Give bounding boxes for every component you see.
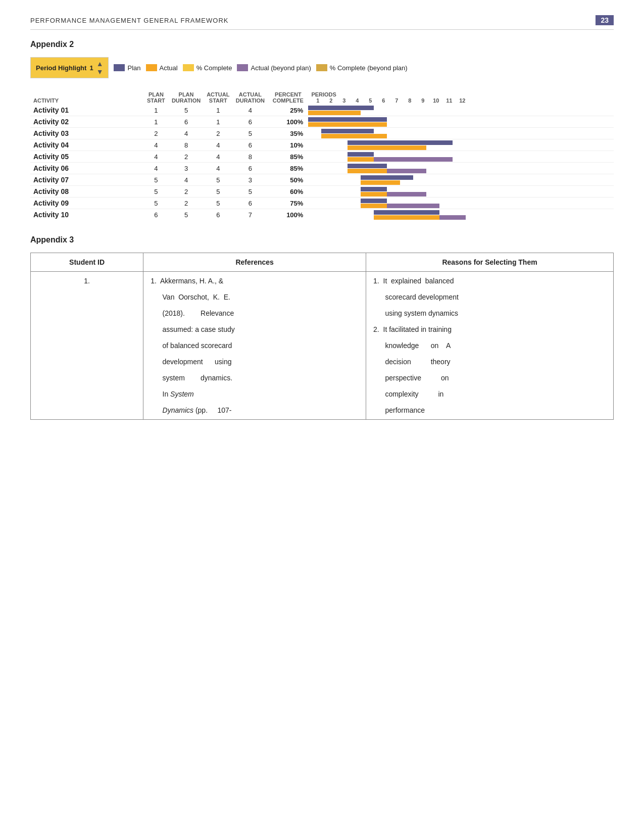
gantt-container: ACTIVITY PLANSTART PLANDURATION ACTUALST… bbox=[30, 90, 614, 220]
plan-duration-cell: 8 bbox=[169, 139, 204, 151]
plan-start-cell: 5 bbox=[143, 186, 169, 198]
actual-period-8 bbox=[400, 169, 413, 173]
actual-swatch bbox=[146, 64, 157, 71]
period-highlight-box[interactable]: Period Highlight 1 ▲▼ bbox=[30, 57, 109, 78]
actual-period-9 bbox=[413, 157, 426, 162]
period-num-10: 10 bbox=[429, 97, 442, 104]
actual-start-cell: 5 bbox=[204, 174, 232, 186]
legend-actual: Actual bbox=[146, 64, 178, 72]
spinner-icon[interactable]: ▲▼ bbox=[96, 60, 104, 76]
plan-period-11 bbox=[439, 199, 453, 203]
actual-period-3 bbox=[334, 215, 348, 220]
actual-period-8 bbox=[400, 192, 413, 197]
actual-period-5 bbox=[361, 157, 374, 162]
gantt-row: Activity 01151425% bbox=[30, 105, 614, 116]
plan-period-3 bbox=[334, 199, 348, 203]
actual-period-1 bbox=[308, 111, 321, 115]
plan-start-cell: 6 bbox=[143, 209, 169, 221]
period-num-8: 8 bbox=[403, 97, 416, 104]
gantt-row: Activity 03242535% bbox=[30, 128, 614, 139]
col-actual-dur-header: ACTUALDURATION bbox=[232, 90, 268, 105]
activity-name: Activity 01 bbox=[30, 105, 143, 116]
actual-period-1 bbox=[308, 169, 321, 173]
plan-period-1 bbox=[308, 210, 321, 215]
actual-period-4 bbox=[348, 134, 361, 138]
plan-period-11 bbox=[439, 164, 453, 168]
plan-period-6 bbox=[374, 164, 387, 168]
actual-period-5 bbox=[361, 122, 374, 127]
periods-label: PERIODS bbox=[311, 91, 611, 97]
actual-period-3 bbox=[334, 145, 348, 150]
plan-period-8 bbox=[400, 129, 413, 133]
plan-period-9 bbox=[413, 152, 426, 157]
plan-period-9 bbox=[413, 106, 426, 110]
plan-period-7 bbox=[387, 210, 400, 215]
gantt-header-row: ACTIVITY PLANSTART PLANDURATION ACTUALST… bbox=[30, 90, 614, 105]
plan-period-4 bbox=[348, 152, 361, 157]
plan-start-cell: 1 bbox=[143, 116, 169, 128]
actual-period-9 bbox=[413, 204, 426, 208]
period-num-4: 4 bbox=[351, 97, 364, 104]
actual-period-2 bbox=[321, 157, 334, 162]
actual-period-10 bbox=[426, 157, 439, 162]
plan-period-9 bbox=[413, 164, 426, 168]
plan-period-9 bbox=[413, 129, 426, 133]
col-plan-start-header: PLANSTART bbox=[143, 90, 169, 105]
actual-period-1 bbox=[308, 145, 321, 150]
activity-name: Activity 05 bbox=[30, 151, 143, 163]
col-reasons: Reasons for Selecting Them bbox=[366, 253, 614, 272]
plan-period-1 bbox=[308, 140, 321, 145]
plan-period-2 bbox=[321, 199, 334, 203]
actual-period-12 bbox=[453, 122, 466, 127]
plan-period-12 bbox=[453, 140, 466, 145]
actual-period-5 bbox=[361, 180, 374, 185]
actual-period-7 bbox=[387, 169, 400, 173]
plan-period-7 bbox=[387, 164, 400, 168]
actual-period-8 bbox=[400, 204, 413, 208]
period-num-7: 7 bbox=[390, 97, 403, 104]
appendix3-table: Student ID References Reasons for Select… bbox=[30, 253, 614, 420]
actual-period-7 bbox=[387, 180, 400, 185]
plan-period-5 bbox=[361, 117, 374, 122]
gantt-row: Activity 07545350% bbox=[30, 174, 614, 186]
activity-name: Activity 09 bbox=[30, 198, 143, 209]
actual-period-9 bbox=[413, 215, 426, 220]
page-header: PERFORMANCE MANAGEMENT GENERAL FRAMEWORK… bbox=[30, 15, 614, 30]
plan-period-9 bbox=[413, 140, 426, 145]
gantt-chart-cell bbox=[308, 128, 614, 139]
actual-period-7 bbox=[387, 122, 400, 127]
plan-period-7 bbox=[387, 175, 400, 180]
period-num-5: 5 bbox=[364, 97, 377, 104]
plan-period-11 bbox=[439, 175, 453, 180]
actual-period-2 bbox=[321, 122, 334, 127]
plan-period-3 bbox=[334, 106, 348, 110]
plan-period-8 bbox=[400, 117, 413, 122]
actual-period-8 bbox=[400, 180, 413, 185]
actual-period-11 bbox=[439, 122, 453, 127]
actual-period-2 bbox=[321, 204, 334, 208]
plan-duration-cell: 5 bbox=[169, 105, 204, 116]
plan-period-10 bbox=[426, 129, 439, 133]
periods-numbers: 123456789101112 bbox=[311, 97, 611, 104]
plan-period-4 bbox=[348, 210, 361, 215]
actual-period-4 bbox=[348, 180, 361, 185]
actual-period-10 bbox=[426, 111, 439, 115]
plan-period-3 bbox=[334, 187, 348, 191]
actual-period-7 bbox=[387, 215, 400, 220]
page-header-title: PERFORMANCE MANAGEMENT GENERAL FRAMEWORK bbox=[30, 17, 228, 24]
plan-period-1 bbox=[308, 164, 321, 168]
col-periods-header: PERIODS 123456789101112 bbox=[308, 90, 614, 105]
actual-period-3 bbox=[334, 192, 348, 197]
col-plan-dur-header: PLANDURATION bbox=[169, 90, 204, 105]
plan-period-12 bbox=[453, 164, 466, 168]
pct-complete-swatch bbox=[183, 64, 194, 71]
actual-period-7 bbox=[387, 192, 400, 197]
actual-period-1 bbox=[308, 204, 321, 208]
percent-complete-cell: 50% bbox=[268, 174, 308, 186]
plan-period-2 bbox=[321, 152, 334, 157]
plan-period-10 bbox=[426, 210, 439, 215]
period-num-6: 6 bbox=[377, 97, 390, 104]
actual-duration-cell: 6 bbox=[232, 198, 268, 209]
legend-actual-beyond: Actual (beyond plan) bbox=[237, 64, 311, 72]
actual-period-2 bbox=[321, 111, 334, 115]
